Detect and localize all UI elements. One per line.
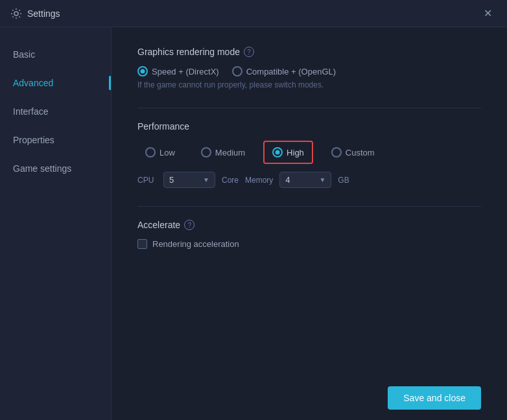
graphics-help-icon[interactable]: ? bbox=[244, 47, 254, 57]
radio-speed[interactable]: Speed + (DirectX) bbox=[137, 66, 219, 76]
memory-unit: GB bbox=[338, 176, 349, 185]
main-layout: Basic Advanced Interface Properties Game… bbox=[0, 27, 507, 420]
cpu-select[interactable]: 5 ▼ bbox=[163, 172, 215, 188]
divider-2 bbox=[137, 206, 481, 207]
radio-low[interactable]: Low bbox=[137, 142, 183, 163]
content-area: Graphics rendering mode ? Speed + (Direc… bbox=[112, 27, 507, 420]
svg-point-0 bbox=[14, 12, 18, 16]
graphics-title: Graphics rendering mode ? bbox=[137, 47, 481, 57]
memory-label: Memory bbox=[245, 176, 273, 185]
sidebar-item-basic[interactable]: Basic bbox=[0, 40, 111, 69]
sidebar-label-basic: Basic bbox=[13, 49, 35, 60]
radio-compatible-input[interactable] bbox=[232, 66, 242, 76]
radio-high[interactable]: High bbox=[263, 141, 313, 164]
sidebar-label-properties: Properties bbox=[13, 135, 54, 145]
footer: Save and close bbox=[112, 376, 507, 420]
save-close-button[interactable]: Save and close bbox=[388, 386, 481, 410]
resource-row: CPU 5 ▼ Core Memory 4 ▼ GB bbox=[137, 172, 481, 188]
graphics-hint: If the game cannot run properly, please … bbox=[137, 80, 481, 89]
sidebar-item-properties[interactable]: Properties bbox=[0, 126, 111, 154]
settings-icon bbox=[10, 8, 22, 19]
core-label: Core bbox=[222, 176, 239, 185]
cpu-label: CPU bbox=[137, 176, 157, 185]
graphics-section: Graphics rendering mode ? Speed + (Direc… bbox=[137, 47, 481, 89]
title-bar: Settings ✕ bbox=[0, 0, 507, 27]
radio-compatible[interactable]: Compatible + (OpenGL) bbox=[232, 66, 336, 76]
performance-radio-group: Low Medium High Custom bbox=[137, 141, 481, 164]
memory-chevron-icon: ▼ bbox=[319, 176, 325, 183]
rendering-acceleration-input[interactable] bbox=[137, 239, 147, 249]
accelerate-title: Accelerate ? bbox=[137, 220, 481, 230]
divider-1 bbox=[137, 108, 481, 108]
cpu-chevron-icon: ▼ bbox=[203, 176, 209, 183]
sidebar-label-game-settings: Game settings bbox=[13, 163, 71, 174]
memory-select[interactable]: 4 ▼ bbox=[279, 172, 331, 188]
sidebar-item-interface[interactable]: Interface bbox=[0, 97, 111, 126]
radio-custom[interactable]: Custom bbox=[324, 142, 383, 163]
sidebar: Basic Advanced Interface Properties Game… bbox=[0, 27, 112, 420]
radio-custom-input[interactable] bbox=[331, 147, 342, 158]
rendering-acceleration-checkbox[interactable]: Rendering acceleration bbox=[137, 239, 481, 249]
close-button[interactable]: ✕ bbox=[478, 5, 497, 23]
title-bar-left: Settings bbox=[10, 8, 60, 19]
radio-medium-input[interactable] bbox=[201, 147, 211, 158]
graphics-radio-group: Speed + (DirectX) Compatible + (OpenGL) bbox=[137, 66, 481, 76]
performance-section: Performance Low Medium High Custom bbox=[137, 121, 481, 188]
radio-speed-input[interactable] bbox=[137, 66, 148, 76]
radio-medium[interactable]: Medium bbox=[193, 142, 253, 163]
radio-low-input[interactable] bbox=[145, 147, 156, 158]
sidebar-item-game-settings[interactable]: Game settings bbox=[0, 154, 111, 183]
performance-title: Performance bbox=[137, 121, 481, 132]
radio-high-input[interactable] bbox=[272, 147, 283, 158]
sidebar-label-interface: Interface bbox=[13, 106, 48, 117]
accelerate-help-icon[interactable]: ? bbox=[184, 220, 195, 230]
sidebar-label-advanced: Advanced bbox=[13, 78, 53, 88]
sidebar-item-advanced[interactable]: Advanced bbox=[0, 69, 111, 97]
window-title: Settings bbox=[27, 8, 60, 19]
accelerate-section: Accelerate ? Rendering acceleration bbox=[137, 220, 481, 249]
